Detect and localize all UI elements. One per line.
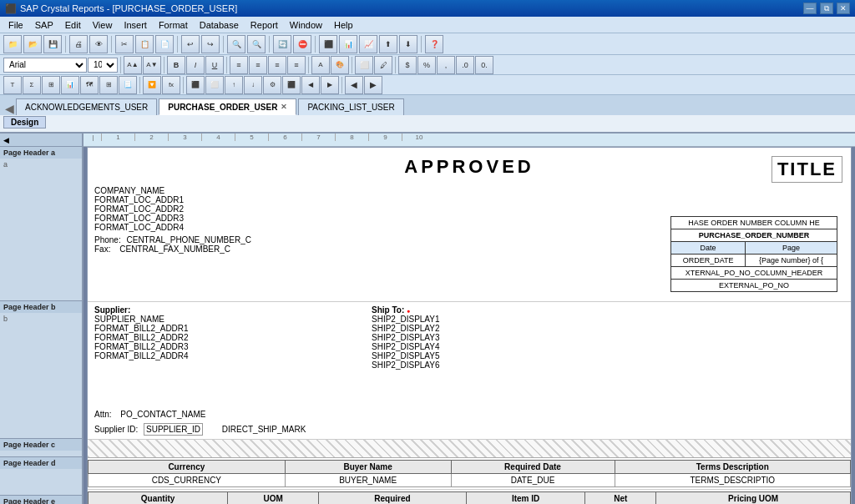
menu-database[interactable]: Database xyxy=(195,18,244,32)
sep-t2-1 xyxy=(120,57,121,73)
menu-file[interactable]: File xyxy=(3,18,28,32)
font-shrink-button[interactable]: A▼ xyxy=(143,56,161,74)
minimize-button[interactable]: — xyxy=(803,3,817,14)
tab-acknowledgements[interactable]: ACKNOWLEDGEMENTS_USER xyxy=(16,98,157,115)
bg-color-button[interactable]: 🎨 xyxy=(331,56,349,74)
tab-purchase-order[interactable]: PURCHASE_ORDER_USER ✕ xyxy=(159,98,296,115)
ship-to-label-text: Ship To: xyxy=(372,305,404,315)
font-color-button[interactable]: A xyxy=(311,56,330,74)
font-name-select[interactable]: Arial xyxy=(3,58,87,73)
ruler-mark: 4 xyxy=(202,134,235,141)
corner-label: ◀ xyxy=(3,136,9,144)
sum-button[interactable]: Σ xyxy=(23,76,41,94)
underline-button[interactable]: U xyxy=(205,56,224,74)
insert-chart-button[interactable]: 📊 xyxy=(61,76,79,94)
justify-button[interactable]: ≡ xyxy=(287,56,306,74)
title-bar-controls[interactable]: — ⧉ ✕ xyxy=(803,3,850,14)
tab-nav-left[interactable]: ◀ xyxy=(3,102,16,115)
direct-ship: DIRECT_SHIP_MARK xyxy=(222,425,306,434)
design-button[interactable]: Design xyxy=(3,116,46,129)
chart-button[interactable]: 📈 xyxy=(359,35,377,53)
zoom-in-button[interactable]: 🔍 xyxy=(227,35,245,53)
ship2-1: SHIP2_DISPLAY1 xyxy=(372,315,440,324)
align-left-button[interactable]: ≡ xyxy=(230,56,248,74)
ungroup-button[interactable]: ⬜ xyxy=(205,76,224,94)
move-up-button[interactable]: ↑ xyxy=(225,76,243,94)
paste-button[interactable]: 📄 xyxy=(155,35,174,53)
insert-map-button[interactable]: 🗺 xyxy=(80,76,99,94)
align-right-button[interactable]: ≡ xyxy=(268,56,286,74)
col-net-header: Net xyxy=(585,492,656,505)
undo-button[interactable]: ↩ xyxy=(181,35,200,53)
tabs-bar: ◀ ACKNOWLEDGEMENTS_USER PURCHASE_ORDER_U… xyxy=(0,95,855,115)
menu-help[interactable]: Help xyxy=(329,18,358,32)
preview-button[interactable]: 👁 xyxy=(89,35,108,53)
menu-report[interactable]: Report xyxy=(245,18,283,32)
select-all-button[interactable]: ⬛ xyxy=(282,76,301,94)
refresh-button[interactable]: 🔄 xyxy=(273,35,291,53)
currency-button[interactable]: $ xyxy=(398,56,417,74)
redo-button[interactable]: ↪ xyxy=(201,35,220,53)
menu-window[interactable]: Window xyxy=(285,18,327,32)
print-button[interactable]: 🖨 xyxy=(69,35,88,53)
ruler-marks: | 1 2 3 4 5 6 7 8 9 10 xyxy=(83,134,855,141)
obj-props-button[interactable]: ⚙ xyxy=(263,76,281,94)
menu-edit[interactable]: Edit xyxy=(60,18,86,32)
sep-t2-2 xyxy=(164,57,164,73)
menu-view[interactable]: View xyxy=(88,18,118,32)
restore-button[interactable]: ⧉ xyxy=(820,3,833,14)
ruler-mark: 7 xyxy=(302,134,336,141)
toggle-button[interactable]: ⬛ xyxy=(319,35,337,53)
tab-purchase-order-close[interactable]: ✕ xyxy=(281,103,287,111)
move-dn-button[interactable]: ↓ xyxy=(244,76,262,94)
title-bar-left: ⬛ SAP Crystal Reports - [PURCHASE_ORDER_… xyxy=(5,3,237,14)
menu-format[interactable]: Format xyxy=(154,18,193,32)
insert-subreport-button[interactable]: 📃 xyxy=(119,76,137,94)
col-terms-value: TERMS_DESCRIPTIO xyxy=(615,474,851,487)
insert-text-button[interactable]: T xyxy=(3,76,22,94)
insert-field-button[interactable]: ⊞ xyxy=(42,76,60,94)
supplier-id-label: Supplier ID: xyxy=(94,425,138,434)
new-button[interactable]: 📁 xyxy=(3,35,22,53)
col-uom-header: UOM xyxy=(228,492,319,505)
sort-button[interactable]: 📊 xyxy=(339,35,357,53)
comma-button[interactable]: , xyxy=(437,56,455,74)
help-button[interactable]: ❓ xyxy=(425,35,443,53)
open-button[interactable]: 📂 xyxy=(23,35,42,53)
ruler-mark: 6 xyxy=(269,134,302,141)
bold-button[interactable]: B xyxy=(167,56,185,74)
close-button[interactable]: ✕ xyxy=(837,3,850,14)
group-button[interactable]: ⬛ xyxy=(186,76,205,94)
section-header-d: Page Header d xyxy=(0,457,82,469)
move-right-button[interactable]: ▶ xyxy=(321,76,339,94)
font-grow-button[interactable]: A▲ xyxy=(124,56,142,74)
move-left-button[interactable]: ◀ xyxy=(301,76,320,94)
border-color-button[interactable]: 🖊 xyxy=(374,56,392,74)
font-size-select[interactable]: 10 xyxy=(88,58,118,73)
decimal-inc-button[interactable]: .0 xyxy=(456,56,474,74)
col-req-header: Required xyxy=(319,492,467,505)
save-button[interactable]: 💾 xyxy=(43,35,62,53)
zoom-out-button[interactable]: 🔍 xyxy=(247,35,266,53)
import-button[interactable]: ⬇ xyxy=(399,35,417,53)
stop-button[interactable]: ⛔ xyxy=(293,35,311,53)
filter-button[interactable]: 🔽 xyxy=(143,76,161,94)
section-header-b: Page Header b xyxy=(0,301,82,313)
decimal-dec-button[interactable]: 0. xyxy=(475,56,493,74)
nav-next-button[interactable]: ▶ xyxy=(364,76,382,94)
menu-sap[interactable]: SAP xyxy=(30,18,58,32)
percent-button[interactable]: % xyxy=(417,56,436,74)
insert-cross-button[interactable]: ⊞ xyxy=(99,76,118,94)
menu-insert[interactable]: Insert xyxy=(119,18,152,32)
border-button[interactable]: ⬜ xyxy=(355,56,373,74)
tab-packing-list[interactable]: PACKING_LIST_USER xyxy=(298,98,403,115)
copy-button[interactable]: 📋 xyxy=(135,35,154,53)
formula-button[interactable]: fx xyxy=(162,76,180,94)
company-block: COMPANY_NAME FORMAT_LOC_ADDR1 FORMAT_LOC… xyxy=(94,186,251,254)
cut-button[interactable]: ✂ xyxy=(115,35,134,53)
align-center-button[interactable]: ≡ xyxy=(249,56,267,74)
export-button[interactable]: ⬆ xyxy=(379,35,397,53)
nav-prev-button[interactable]: ◀ xyxy=(345,76,363,94)
col-item-header: Item ID xyxy=(466,492,585,505)
italic-button[interactable]: I xyxy=(186,56,205,74)
